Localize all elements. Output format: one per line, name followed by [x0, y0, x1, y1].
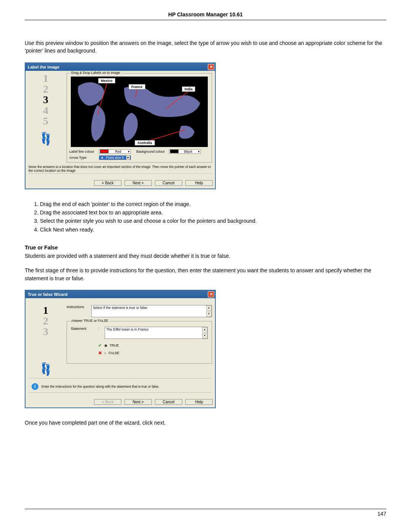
dialog2-buttons: < Back Next > Cancel Help	[25, 398, 215, 407]
arrow-type-label: Arrow Type	[69, 156, 96, 160]
back-button[interactable]: < Back	[94, 180, 121, 186]
footprints-icon: 👣👣	[29, 364, 63, 374]
statement-label: Statement	[71, 327, 92, 331]
page-number: 147	[378, 511, 386, 517]
dialog2-titlebar: True or false Wizard ✕	[25, 291, 215, 298]
next-button[interactable]: Next >	[124, 180, 152, 186]
close-icon[interactable]: ✕	[208, 291, 214, 297]
intro-paragraph: Use this preview window to position the …	[25, 39, 386, 55]
tf-description: Students are provided with a statement a…	[25, 252, 386, 260]
map-label-mexico[interactable]: Mexico	[98, 78, 115, 83]
info-icon: i	[32, 383, 38, 390]
true-false-dialog: True or false Wizard ✕ 1 2 3 👣👣 Instruct…	[25, 290, 216, 408]
map-label-india[interactable]: India	[182, 86, 195, 92]
footprints-icon: 👣👣	[29, 133, 63, 144]
chevron-down-icon: ▾	[128, 150, 130, 153]
help-icon[interactable]: ❔	[96, 327, 101, 332]
cancel-button[interactable]: Cancel	[155, 399, 182, 405]
close-icon[interactable]: ✕	[208, 64, 214, 70]
info-bar: i Enter the instructions for the questio…	[29, 382, 212, 391]
instructions-label: Instructions	[67, 305, 88, 309]
false-option[interactable]: ✖ ○ FALSE	[98, 350, 208, 356]
drag-drop-group: Drag & Drop Labels on to image	[67, 73, 212, 163]
page-header: HP Classroom Manager 10.61	[25, 11, 386, 20]
answer-group: Answer TRUE or FALSE Statement ❔ The Eif…	[67, 321, 212, 364]
tf-description-2: The first stage of three is to provide i…	[25, 267, 386, 282]
chevron-down-icon: ▾	[126, 156, 130, 160]
cancel-button[interactable]: Cancel	[155, 180, 182, 186]
back-button: < Back	[94, 399, 121, 405]
next-button[interactable]: Next >	[124, 399, 152, 405]
true-false-heading: True or False	[25, 244, 386, 251]
instruction-steps: Drag the end of each 'pointer' to the co…	[25, 200, 386, 234]
label-image-dialog: Label the image ✕ 1 2 3 4 5 👣👣 Drag & Dr…	[25, 62, 216, 189]
help-button[interactable]: Help	[185, 180, 213, 186]
chevron-down-icon: ▾	[198, 150, 200, 153]
map-label-australia[interactable]: Australia	[135, 140, 155, 145]
answer-group-title: Answer TRUE or FALSE	[70, 319, 110, 323]
dialog2-title: True or false Wizard	[28, 292, 67, 297]
true-option[interactable]: ✔ ◉ TRUE	[98, 343, 208, 348]
background-colour-label: Background colour	[136, 150, 166, 153]
page-footer: 147	[25, 509, 386, 517]
after-dialog2-text: Once you have completed part one of the …	[25, 419, 386, 427]
step-2: Drag the associated text box to an appro…	[40, 208, 386, 217]
dialog1-titlebar: Label the image ✕	[25, 63, 215, 71]
background-colour-select[interactable]: Black ▾	[169, 149, 201, 154]
wizard-step-indicator: 1 2 3 4 5 👣👣	[29, 73, 63, 144]
instructions-input[interactable]: Select if the statment is true or false …	[91, 305, 212, 317]
dialog1-hint: Move the answers to a location that does…	[29, 165, 212, 173]
statement-input[interactable]: The Eiffel tower is in France ▴▾	[105, 327, 208, 339]
map-label-france[interactable]: France	[129, 84, 145, 89]
step-4: Click Next when ready.	[40, 225, 386, 234]
step-1: Drag the end of each 'pointer' to the co…	[40, 200, 386, 208]
label-line-colour-label: Label line colour	[69, 150, 96, 153]
checkmark-icon: ✔	[98, 343, 102, 348]
dialog1-title: Label the image	[28, 65, 59, 69]
world-map-preview[interactable]: Mexico France India Australia	[71, 77, 208, 147]
help-button[interactable]: Help	[185, 399, 213, 405]
dialog1-buttons: < Back Next > Cancel Help	[25, 179, 215, 189]
wizard-step-indicator: 1 2 3 👣👣	[29, 305, 63, 374]
group-title: Drag & Drop Labels on to image	[70, 71, 121, 75]
step-3: Select the pointer style you wish to use…	[40, 217, 386, 225]
arrow-type-select[interactable]: ◄ Point size 5 ▾	[99, 155, 131, 160]
label-line-colour-select[interactable]: Red ▾	[99, 149, 131, 154]
cross-icon: ✖	[98, 350, 102, 356]
